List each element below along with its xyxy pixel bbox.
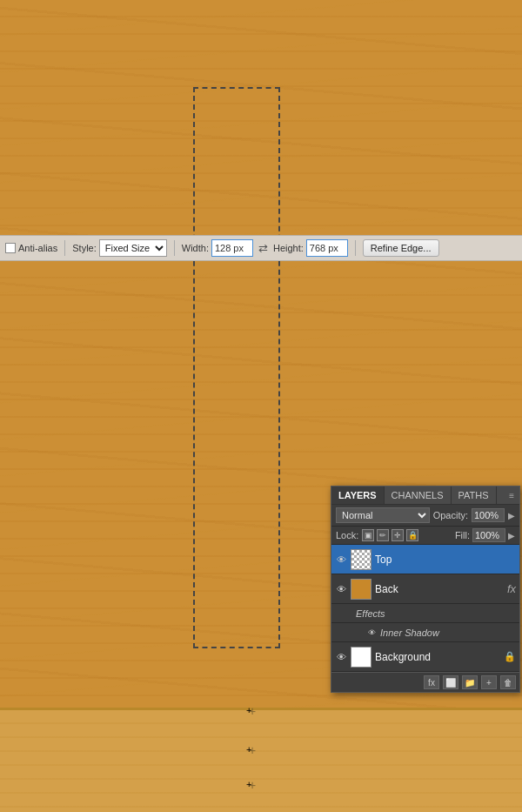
tab-paths[interactable]: PATHS (452, 487, 497, 504)
blend-mode-select[interactable]: Normal (336, 507, 430, 523)
layer-row-back[interactable]: 👁 Back fx (331, 574, 519, 604)
swap-icon[interactable]: ⇄ (258, 242, 268, 255)
crosshair-2: + (246, 744, 258, 756)
layer-name-back: Back (375, 583, 504, 595)
style-label: Style: (72, 243, 97, 253)
fill-input[interactable] (472, 528, 505, 542)
lock-row: Lock: ▣ ✏ ✛ 🔒 Fill: ▶ (331, 527, 519, 545)
lock-label: Lock: (336, 530, 358, 540)
options-toolbar: Anti-alias Style: Fixed Size Width: ⇄ He… (0, 235, 522, 261)
antialias-label: Anti-alias (18, 243, 57, 253)
layer-thumb-top (351, 549, 371, 570)
lock-brush-icon[interactable]: ✏ (377, 529, 389, 541)
lock-icon-background: 🔒 (504, 651, 516, 662)
tab-channels[interactable]: CHANNELS (385, 487, 452, 504)
toolbar-separator-1 (64, 240, 65, 256)
fill-section: Fill: ▶ (455, 528, 515, 542)
height-input[interactable] (306, 239, 348, 257)
blend-opacity-row: Normal Opacity: ▶ (331, 505, 519, 527)
layers-panel: LAYERS CHANNELS PATHS ≡ Normal Opacity: … (331, 486, 520, 693)
delete-layer-button[interactable]: 🗑 (500, 675, 516, 689)
panel-tabs-row: LAYERS CHANNELS PATHS ≡ (331, 487, 519, 505)
eye-icon-top[interactable]: 👁 (335, 554, 347, 566)
opacity-label: Opacity: (433, 510, 468, 520)
eye-icon-back[interactable]: 👁 (335, 583, 347, 595)
toolbar-width-section: Width: (182, 239, 253, 257)
toolbar-height-section: Height: (273, 239, 348, 257)
new-layer-button[interactable]: + (481, 675, 497, 689)
group-button[interactable]: 📁 (462, 675, 478, 689)
fill-arrow[interactable]: ▶ (508, 531, 515, 540)
layer-thumb-back (351, 579, 371, 600)
tab-layers[interactable]: LAYERS (331, 487, 385, 504)
width-input[interactable] (211, 239, 253, 257)
toolbar-separator-2 (174, 240, 175, 256)
crosshair-1: + (246, 705, 258, 717)
sublayer-inner-shadow-label: Inner Shadow (380, 627, 439, 638)
sublayer-effects[interactable]: Effects (331, 604, 519, 623)
opacity-arrow[interactable]: ▶ (508, 511, 515, 520)
lock-transparent-icon[interactable]: ▣ (362, 529, 374, 541)
sublayer-inner-shadow[interactable]: 👁 Inner Shadow (331, 623, 519, 642)
toolbar-antialias-section: Anti-alias (5, 243, 57, 253)
lock-move-icon[interactable]: ✛ (392, 529, 404, 541)
antialias-checkbox[interactable] (5, 243, 16, 253)
crosshair-3: + (246, 779, 258, 791)
layer-thumb-background (351, 647, 371, 668)
lock-all-icon[interactable]: 🔒 (406, 529, 418, 541)
fx-button[interactable]: fx (424, 675, 439, 689)
fill-label: Fill: (455, 530, 470, 540)
style-select[interactable]: Fixed Size (99, 239, 167, 257)
mask-button[interactable]: ⬜ (443, 675, 458, 689)
eye-icon-background[interactable]: 👁 (335, 651, 347, 663)
width-label: Width: (182, 243, 209, 253)
fx-icon-back[interactable]: fx (507, 582, 516, 595)
opacity-input[interactable] (472, 508, 505, 522)
eye-icon-inner-shadow[interactable]: 👁 (366, 627, 377, 639)
panel-menu-icon[interactable]: ≡ (504, 487, 519, 504)
toolbar-style-section: Style: Fixed Size (72, 239, 167, 257)
toolbar-separator-3 (355, 240, 356, 256)
refine-edge-button[interactable]: Refine Edge... (363, 239, 439, 257)
layer-row-top[interactable]: 👁 Top (331, 545, 519, 574)
height-label: Height: (273, 243, 304, 253)
layer-name-background: Background (375, 651, 500, 663)
lock-icons-group: ▣ ✏ ✛ 🔒 (362, 529, 418, 541)
panel-bottom-bar: fx ⬜ 📁 + 🗑 (331, 672, 519, 692)
layer-name-top: Top (375, 554, 516, 566)
layer-row-background[interactable]: 👁 Background 🔒 (331, 642, 519, 672)
bottom-shelf (0, 708, 522, 812)
sublayer-effects-label: Effects (356, 608, 385, 619)
